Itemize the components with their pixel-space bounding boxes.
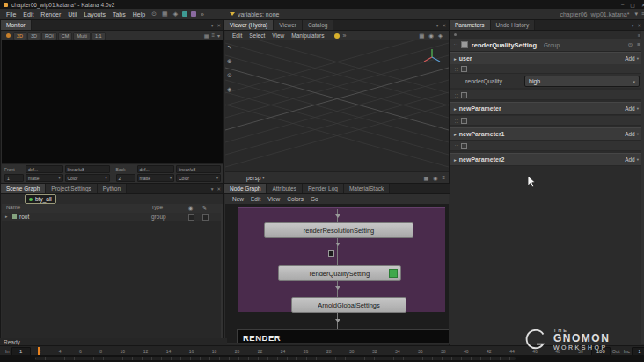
live-render-icon[interactable] <box>6 33 11 38</box>
menu-item[interactable]: Layouts <box>80 11 109 18</box>
tab-project-settings[interactable]: Project Settings <box>46 184 98 193</box>
group-newParameter2[interactable]: ▸ newParameter2 Add ▾ <box>450 153 644 166</box>
column-type[interactable]: Type <box>151 205 163 210</box>
back-frame-field[interactable]: 2 <box>116 174 135 182</box>
rotate-tool-icon[interactable]: ⊙ <box>227 72 232 79</box>
timeline-playhead[interactable] <box>38 347 40 355</box>
tab-monitor[interactable]: Monitor <box>1 20 32 30</box>
expand-arrow-icon[interactable]: ▸ <box>454 157 457 163</box>
node-graph-menu-item[interactable]: New <box>229 196 247 202</box>
select-tool-icon[interactable]: ↖ <box>227 44 232 51</box>
expand-arrow-icon[interactable]: ▸ <box>454 56 457 62</box>
shading-mode-icon[interactable]: ◈ <box>438 33 443 40</box>
drag-grip-icon[interactable]: ∷ <box>454 42 457 48</box>
group-newParameter[interactable]: ▸ newParameter Add ▾ <box>450 102 644 115</box>
timeline-scroll-track[interactable] <box>35 357 516 360</box>
expand-chevrons-icon[interactable]: » <box>342 33 346 39</box>
panel-close-icon[interactable]: ✕ <box>216 186 221 192</box>
monitor-menu-icon[interactable]: ≡ <box>211 33 215 39</box>
renderQuality-dropdown[interactable]: high ▾ <box>524 76 640 87</box>
drag-grip-icon[interactable]: ∷ <box>455 118 458 124</box>
node-name-field[interactable]: renderQualitySetting <box>472 41 537 49</box>
edit-checkbox[interactable] <box>202 214 209 221</box>
parameter-strip[interactable]: ∷ <box>450 64 644 74</box>
back-matte-dropdown[interactable]: matte▾ <box>137 174 175 182</box>
wrench-icon[interactable]: ⊙ <box>628 41 633 48</box>
gear-icon[interactable]: ⊙ <box>151 11 157 18</box>
monitor-toolbar-button[interactable]: ROI <box>41 32 57 40</box>
expand-arrow-icon[interactable]: ▸ <box>454 132 457 137</box>
node-renderResolutionSetting[interactable]: renderResolutionSetting <box>264 222 413 238</box>
resolution-icon[interactable]: ▦ <box>424 175 429 181</box>
panel-menu-icon[interactable]: ▾ <box>211 186 214 192</box>
tab-catalog[interactable]: Catalog <box>303 20 333 30</box>
tab-attributes[interactable]: Attributes <box>267 184 302 193</box>
scene-graph-row-root[interactable]: ▸ root group <box>2 213 223 221</box>
viewer-settings-icon[interactable]: ≡ <box>442 175 445 181</box>
expand-arrow-icon[interactable]: ▸ <box>5 214 8 219</box>
viewer-menu-item[interactable]: Manipulators <box>288 33 327 39</box>
monitor-toolbar-button[interactable]: 3D <box>27 32 40 40</box>
node-graph-menu-item[interactable]: Edit <box>247 196 264 202</box>
titlebar[interactable]: chapter06_wip01.katana* - Katana 4.0v2 –… <box>0 0 644 9</box>
tab-python[interactable]: Python <box>98 184 127 193</box>
add-parameter-button[interactable]: Add ▾ <box>623 105 640 112</box>
back-colorspace-field[interactable]: linear/u8 <box>176 165 221 173</box>
panel-menu-icon[interactable]: ▾ <box>436 23 439 28</box>
monitor-viewport[interactable] <box>2 40 223 163</box>
tab-viewer-hydra[interactable]: Viewer (Hydra) <box>224 20 274 30</box>
menu-item[interactable]: Util <box>64 11 80 18</box>
monitor-toolbar-button[interactable]: CM <box>58 32 73 40</box>
viewer-menu-item[interactable]: Edit <box>229 33 245 39</box>
front-color-dropdown[interactable]: Color▾ <box>65 174 110 182</box>
render-checkbox[interactable] <box>188 214 194 221</box>
diamond-icon[interactable]: ◈ <box>173 11 178 18</box>
timeline-in-field[interactable]: 1 <box>11 347 31 356</box>
timeline-inc-field[interactable]: 1 <box>632 347 644 356</box>
tab-parameters[interactable]: Parameters <box>450 20 491 30</box>
tab-scene-graph[interactable]: Scene Graph <box>1 184 46 193</box>
front-matte-dropdown[interactable]: matte▾ <box>26 174 63 182</box>
group-user[interactable]: ▸ user Add ▾ <box>450 52 644 65</box>
group-newParameter1[interactable]: ▸ newParameter1 Add ▾ <box>450 127 644 141</box>
parameters-menu-icon[interactable]: ≡ <box>638 33 640 38</box>
maximize-button[interactable]: ▢ <box>630 2 635 8</box>
node-graph-menu-item[interactable]: View <box>264 196 283 202</box>
parameter-strip[interactable]: ∷ <box>450 90 644 100</box>
yellow-dot-icon[interactable] <box>334 33 340 39</box>
drag-grip-icon[interactable]: ∷ <box>455 143 458 149</box>
grid-toggle-icon[interactable]: ▦ <box>419 33 424 40</box>
monitor-grid-icon[interactable]: ▦ <box>204 33 209 39</box>
monitor-toolbar-button[interactable]: 2D <box>13 32 26 40</box>
viewer-menu-item[interactable]: Select <box>245 33 268 39</box>
scene-graph-body[interactable] <box>2 221 223 339</box>
monitor-toolbar-button[interactable]: 1:1 <box>91 32 106 40</box>
node-ArnoldGlobalSettings[interactable]: ArnoldGlobalSettings <box>291 297 406 313</box>
back-color-dropdown[interactable]: Color▾ <box>176 174 221 182</box>
column-name[interactable]: Name <box>6 205 20 210</box>
panel-close-icon[interactable]: ✕ <box>216 23 221 28</box>
tab-materialstack[interactable]: MaterialStack <box>344 184 390 193</box>
connection-port-icon[interactable] <box>328 250 334 257</box>
project-name[interactable]: chapter06_wip01.katana* <box>560 11 629 18</box>
center-of-interest-icon[interactable]: ◉ <box>428 33 434 40</box>
drag-grip-icon[interactable]: ∷ <box>455 66 458 72</box>
panel-close-icon[interactable]: ✕ <box>637 23 641 28</box>
header-menu-icon[interactable]: ≡ <box>637 41 640 48</box>
filter-chip-bty-all[interactable]: bty_all <box>25 194 56 204</box>
minimize-button[interactable]: – <box>621 2 624 8</box>
monitor-dropdown-icon[interactable]: ▾ <box>217 33 220 39</box>
teal-swatch-icon[interactable] <box>182 11 187 17</box>
front-colorspace-field[interactable]: linear/u8 <box>65 165 110 173</box>
add-parameter-button[interactable]: Add ▾ <box>623 55 640 62</box>
camera-selector[interactable]: persp ▾ <box>246 175 265 181</box>
panel-menu-icon[interactable]: ▾ <box>211 23 214 28</box>
back-view-field[interactable]: def... <box>137 165 175 173</box>
look-through-icon[interactable]: ◉ <box>433 175 437 181</box>
viewer-menu-item[interactable]: View <box>268 33 288 39</box>
front-frame-field[interactable]: 1 <box>4 174 24 182</box>
edit-flag-icon[interactable] <box>389 269 398 278</box>
scale-tool-icon[interactable]: ◈ <box>227 86 232 93</box>
tab-undo-history[interactable]: Undo History <box>491 20 536 30</box>
panel-close-icon[interactable]: ✕ <box>442 23 446 28</box>
